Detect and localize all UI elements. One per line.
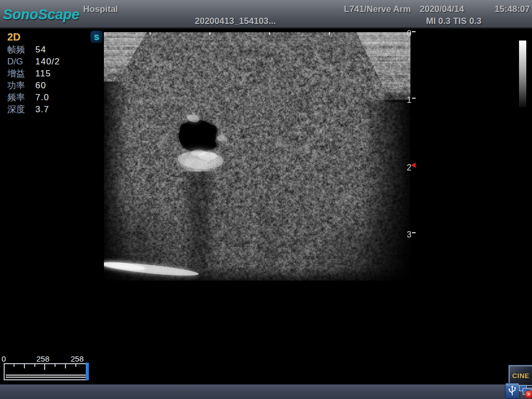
param-value: 7.0 (35, 92, 49, 103)
param-label: 频率 (7, 91, 35, 103)
param-row-frame-rate: 帧频 54 (7, 44, 90, 56)
param-value: 140/2 (35, 57, 60, 67)
error-badge: × (525, 390, 532, 398)
cine-total-label: 258 (71, 354, 84, 363)
depth-tick (412, 232, 416, 233)
mi-tis-indices: MI 0.3 TIS 0.3 (426, 16, 482, 26)
mode-label: 2D (7, 31, 90, 44)
cine-cursor[interactable] (86, 363, 89, 380)
probe-orientation-marker: S (90, 31, 103, 43)
param-row-depth: 深度 3.7 (7, 103, 90, 115)
ruler-tick (24, 364, 25, 368)
param-value: 60 (35, 81, 46, 91)
param-label: 深度 (7, 103, 35, 115)
depth-tick (412, 31, 416, 32)
usb-trident-glyph (508, 385, 517, 397)
study-id: 20200413_154103... (195, 16, 276, 26)
ruler-tick (75, 364, 76, 367)
grayscale-bar (519, 41, 526, 107)
ultrasound-canvas (104, 32, 410, 281)
cine-track-line (6, 375, 86, 376)
param-value: 54 (35, 45, 46, 55)
cine-current-label: 258 (36, 354, 49, 363)
param-label: 帧频 (7, 44, 35, 56)
depth-tick (412, 98, 416, 99)
param-row-frequency: 频率 7.0 (7, 91, 90, 103)
param-value: 3.7 (35, 104, 49, 115)
depth-marker-1: 1 (403, 96, 421, 105)
cine-start-label: 0 (2, 354, 6, 363)
ruler-tick (44, 364, 45, 370)
param-value: 115 (35, 69, 51, 79)
param-row-dynamic-range: D/G 140/2 (7, 56, 90, 68)
depth-marker-3: 3 (403, 230, 421, 240)
taskbar (0, 384, 532, 399)
param-label: 增益 (7, 68, 35, 79)
param-label: D/G (7, 57, 35, 67)
system-time: 15:48:07 (495, 4, 530, 15)
probe-preset: L741/Nerve Arm (344, 4, 411, 15)
focus-marker-icon[interactable] (411, 163, 416, 168)
ruler-tick (65, 364, 66, 368)
cine-track-line (6, 377, 86, 378)
cine-ruler[interactable] (4, 363, 88, 380)
ruler-tick (34, 364, 35, 367)
parameter-panel: 2D 帧频 54 D/G 140/2 增益 115 功率 60 频率 7.0 深… (7, 31, 90, 115)
top-bar: SonoScape Hospital 20200413_154103... L7… (0, 0, 532, 29)
hospital-name: Hospital (83, 4, 118, 15)
network-disconnected-icon[interactable]: × (518, 384, 532, 398)
orientation-letter: S (94, 33, 99, 42)
usb-icon[interactable] (505, 383, 520, 399)
param-row-power: 功率 60 (7, 79, 90, 91)
depth-marker-0: 0 (403, 29, 421, 38)
ruler-tick (55, 364, 56, 367)
param-label: 功率 (7, 79, 35, 91)
param-row-gain: 增益 115 (7, 68, 90, 79)
ruler-tick (14, 364, 15, 367)
system-date: 2020/04/14 (420, 4, 464, 15)
sonoscape-logo: SonoScape (3, 7, 79, 23)
